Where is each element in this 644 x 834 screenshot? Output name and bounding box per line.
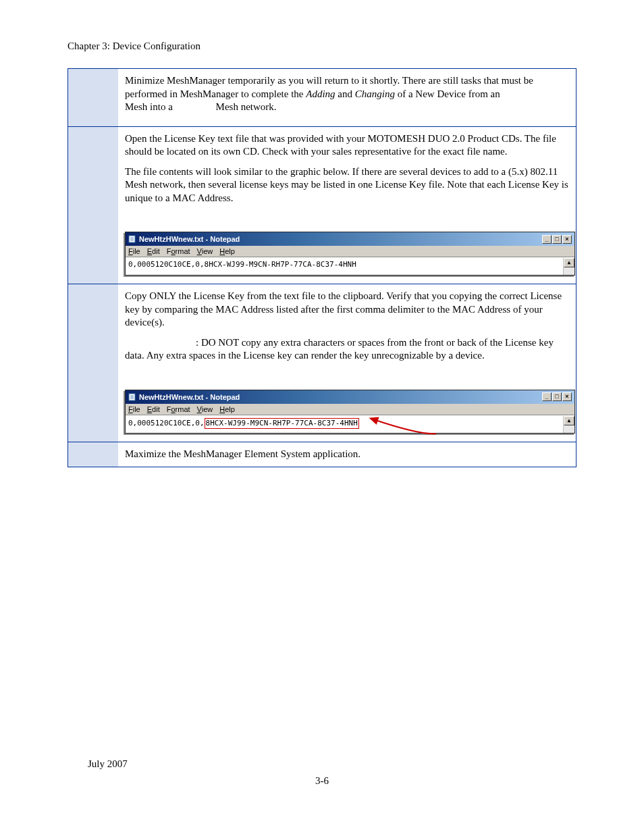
close-button[interactable]: × — [562, 235, 572, 244]
menu-file[interactable]: File — [128, 405, 140, 414]
menu-help[interactable]: Help — [219, 405, 235, 414]
step-content-cell: Open the License Key text file that was … — [118, 126, 576, 284]
minimize-button[interactable]: _ — [542, 392, 552, 401]
window-title: NewHtzHWnew.txt - Notepad — [139, 234, 542, 244]
page: Chapter 3: Device Configuration Minimize… — [0, 0, 644, 834]
file-content: 0,0005120C10CE,0,8HCX-WJ99-M9CN-RH7P-77C… — [128, 417, 359, 429]
footer-date: July 2007 — [88, 758, 128, 770]
menubar: File Edit Format View Help — [126, 246, 574, 257]
menu-edit[interactable]: Edit — [147, 246, 160, 256]
menu-view[interactable]: View — [197, 246, 213, 256]
step-number-cell — [68, 442, 119, 467]
scrollbar[interactable]: ▲ — [563, 416, 574, 433]
notepad-window: NewHtzHWnew.txt - Notepad _ □ × File Edi… — [125, 390, 575, 434]
table-row: Minimize MeshManager temporarily as you … — [68, 69, 576, 127]
paragraph: Maximize the MeshManager Element System … — [125, 448, 569, 461]
step-content-cell: Minimize MeshManager temporarily as you … — [118, 69, 576, 127]
menu-edit[interactable]: Edit — [147, 405, 160, 414]
text: and — [336, 88, 355, 99]
step-number-cell — [68, 126, 119, 284]
table-row: Copy ONLY the License Key from the text … — [68, 284, 576, 442]
instruction-table: Minimize MeshManager temporarily as you … — [68, 68, 576, 467]
text: of a New Device from an — [395, 88, 500, 99]
text-prefix: 0,0005120C10CE,0, — [128, 419, 205, 427]
chapter-header: Chapter 3: Device Configuration — [68, 41, 576, 52]
step-content-cell: Copy ONLY the License Key from the text … — [118, 284, 576, 442]
window-titlebar: NewHtzHWnew.txt - Notepad _ □ × — [126, 390, 574, 404]
menubar: File Edit Format View Help — [126, 404, 574, 415]
paragraph: The file contents will look similar to t… — [125, 165, 569, 205]
notepad-body: 0,0005120C10CE,0,8HCX-WJ99-M9CN-RH7P-77C… — [126, 415, 574, 433]
menu-format[interactable]: Format — [167, 246, 190, 256]
text: Mesh into a — [125, 101, 176, 112]
notepad-icon — [128, 235, 136, 243]
table-row: Open the License Key text file that was … — [68, 126, 576, 284]
step-content-cell: Maximize the MeshManager Element System … — [118, 442, 576, 467]
scroll-up-icon[interactable]: ▲ — [564, 258, 574, 267]
paragraph: Copy ONLY the License Key from the text … — [125, 290, 569, 330]
menu-format[interactable]: Format — [167, 405, 190, 414]
minimize-button[interactable]: _ — [542, 235, 552, 244]
paragraph: Minimize MeshManager temporarily as you … — [125, 74, 569, 114]
notepad-window: NewHtzHWnew.txt - Notepad _ □ × File Edi… — [125, 232, 575, 276]
table-row: Maximize the MeshManager Element System … — [68, 442, 576, 467]
notepad-body: 0,0005120C10CE,0,8HCX-WJ99-M9CN-RH7P-77C… — [126, 257, 574, 275]
text: : DO NOT copy any extra characters or sp… — [125, 337, 554, 361]
footer-page-number: 3-6 — [315, 775, 329, 787]
menu-view[interactable]: View — [197, 405, 213, 414]
text-italic: Changing — [355, 88, 395, 99]
close-button[interactable]: × — [562, 392, 572, 401]
window-buttons: _ □ × — [542, 235, 572, 244]
text-italic: Adding — [306, 88, 335, 99]
paragraph: : DO NOT copy any extra characters or sp… — [125, 336, 569, 363]
menu-help[interactable]: Help — [219, 246, 235, 256]
scroll-up-icon[interactable]: ▲ — [564, 416, 574, 425]
window-title: NewHtzHWnew.txt - Notepad — [139, 392, 542, 402]
maximize-button[interactable]: □ — [552, 235, 562, 244]
step-number-cell — [68, 69, 119, 127]
maximize-button[interactable]: □ — [552, 392, 562, 401]
window-titlebar: NewHtzHWnew.txt - Notepad _ □ × — [126, 232, 574, 246]
step-number-cell — [68, 284, 119, 442]
text: Mesh network. — [216, 101, 277, 112]
notepad-icon — [128, 393, 136, 401]
scrollbar[interactable]: ▲ — [563, 258, 574, 275]
file-content: 0,0005120C10CE,0,8HCX-WJ99-M9CN-RH7P-77C… — [128, 259, 356, 269]
menu-file[interactable]: File — [128, 246, 140, 256]
license-key-highlight: 8HCX-WJ99-M9CN-RH7P-77CA-8C37-4HNH — [205, 418, 359, 429]
paragraph: Open the License Key text file that was … — [125, 132, 569, 159]
window-buttons: _ □ × — [542, 392, 572, 401]
